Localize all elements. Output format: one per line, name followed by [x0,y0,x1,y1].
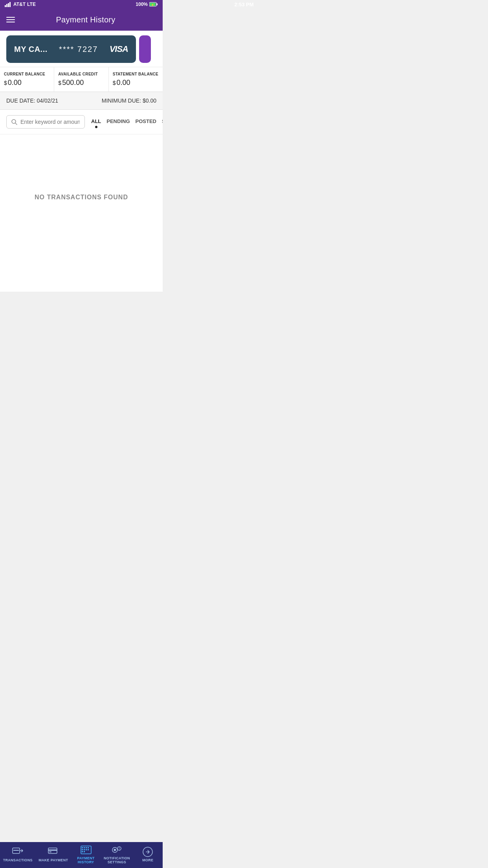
carrier-label: AT&T [13,2,26,7]
current-balance-item: CURRENT BALANCE $0.00 [0,67,54,92]
battery-label: 100% [136,2,148,7]
svg-rect-1 [6,4,7,7]
svg-rect-5 [157,4,158,6]
statement-balance-item: STATEMENT BALANCE $0.00 [109,67,163,92]
search-box[interactable] [6,115,85,129]
battery-icon: ⚡ [149,2,158,7]
tab-scheduled[interactable]: SCHEDULED [162,118,163,126]
page-title: Payment History [15,15,156,24]
signal-icon [5,2,12,7]
svg-rect-3 [9,2,11,7]
menu-button[interactable] [6,17,15,22]
card-peek[interactable] [139,35,151,63]
status-bar: AT&T LTE 2:53 PM 100% ⚡ [0,0,163,9]
balance-section: CURRENT BALANCE $0.00 AVAILABLE CREDIT $… [0,67,163,92]
svg-text:⚡: ⚡ [151,3,154,7]
statement-balance-label: STATEMENT BALANCE [113,72,159,76]
content-area: MY CA... **** 7227 VISA CURRENT BALANCE … [0,31,163,292]
visa-logo: VISA [110,44,128,54]
minimum-due: MINIMUM DUE: $0.00 [102,97,156,104]
tab-pending[interactable]: PENDING [106,118,130,126]
no-transactions-area: NO TRANSACTIONS FOUND [0,134,163,260]
filter-tabs: ALL PENDING POSTED SCHEDULED [91,118,163,126]
app-header: Payment History [0,9,163,31]
card-carousel: MY CA... **** 7227 VISA [6,35,156,63]
no-transactions-message: NO TRANSACTIONS FOUND [35,194,128,201]
svg-line-9 [15,123,17,125]
statement-balance-value: $0.00 [113,79,159,87]
current-balance-label: CURRENT BALANCE [4,72,50,76]
current-balance-value: $0.00 [4,79,50,87]
due-date-value: 04/02/21 [37,97,59,104]
status-left: AT&T LTE [5,2,36,7]
card-name: MY CA... [14,45,48,54]
search-filter-section: ALL PENDING POSTED SCHEDULED [0,110,163,134]
credit-card[interactable]: MY CA... **** 7227 VISA [6,35,136,63]
tab-all[interactable]: ALL [91,118,101,126]
svg-rect-0 [5,5,6,7]
minimum-due-label: MINIMUM DUE: [102,97,141,104]
available-credit-value: $500.00 [58,79,104,87]
minimum-due-value: $0.00 [143,97,156,104]
search-icon [11,119,17,125]
available-credit-item: AVAILABLE CREDIT $500.00 [54,67,108,92]
due-section: DUE DATE: 04/02/21 MINIMUM DUE: $0.00 [0,92,163,110]
card-section: MY CA... **** 7227 VISA [0,31,163,63]
status-right: 100% ⚡ [136,2,158,7]
network-label: LTE [27,2,36,7]
tab-posted[interactable]: POSTED [136,118,156,126]
due-date-label: DUE DATE: [6,97,35,104]
available-credit-label: AVAILABLE CREDIT [58,72,104,76]
card-number-masked: **** 7227 [59,45,98,54]
search-input[interactable] [20,119,80,125]
due-date: DUE DATE: 04/02/21 [6,97,58,104]
svg-rect-2 [8,3,9,7]
